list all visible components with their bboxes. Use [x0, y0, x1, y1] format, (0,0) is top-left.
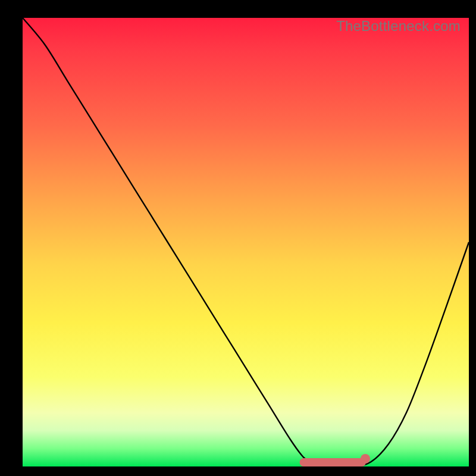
bottleneck-curve [23, 18, 469, 466]
chart-frame: TheBottleneck.com [23, 18, 469, 466]
optimal-end-dot [361, 454, 370, 464]
